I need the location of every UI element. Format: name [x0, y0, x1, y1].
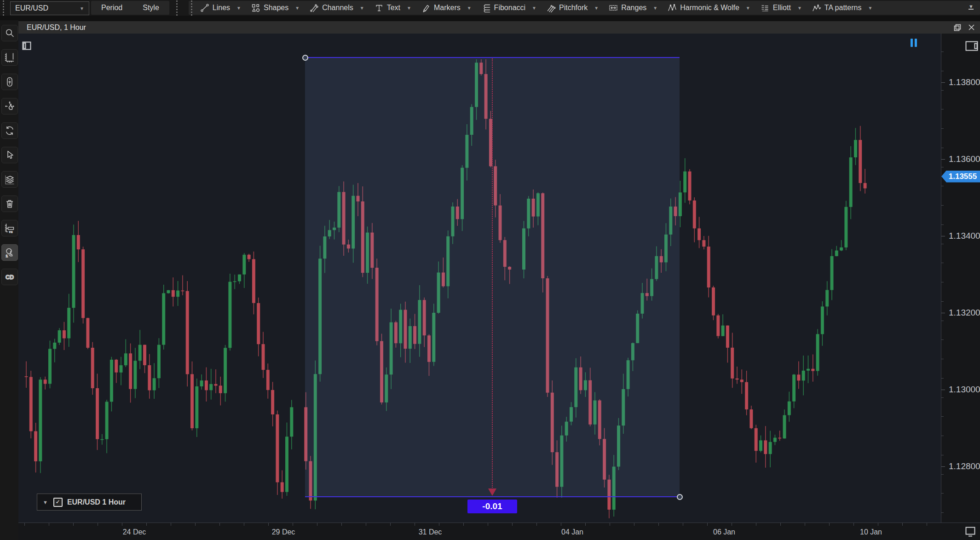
price-tick-mark-minor	[941, 378, 944, 379]
tool-label: Fibonacci	[494, 4, 525, 12]
tool-ta-patterns[interactable]: TA patterns▼	[807, 1, 878, 15]
selection-handle-bottom-right[interactable]	[677, 494, 683, 500]
drag-handle-icon[interactable]	[0, 0, 6, 16]
dropdown-caret-icon[interactable]: ▼	[532, 6, 536, 11]
tool-label: Ranges	[621, 4, 646, 12]
sidebar-cursor-button[interactable]	[1, 147, 18, 163]
symbol-select[interactable]: EUR/USD ▼	[10, 1, 89, 15]
style-button[interactable]: Style	[133, 1, 169, 15]
price-tick-mark-minor	[941, 512, 944, 513]
text-icon	[375, 3, 384, 12]
dropdown-caret-icon[interactable]: ▼	[653, 6, 657, 11]
channels-icon	[310, 3, 319, 12]
sidebar-scroll-mode-button[interactable]	[1, 74, 18, 90]
tool-text[interactable]: Text▼	[369, 1, 416, 15]
dropdown-caret-icon[interactable]: ▼	[407, 6, 411, 11]
tool-elliott[interactable]: Elliott▼	[755, 1, 807, 15]
tool-ranges[interactable]: Ranges▼	[604, 1, 663, 15]
dropdown-caret-icon[interactable]: ▼	[594, 6, 599, 11]
close-icon[interactable]	[964, 21, 978, 34]
sidebar-measure-button[interactable]: v x	[1, 220, 18, 236]
tool-pitchfork[interactable]: Pitchfork▼	[542, 1, 604, 15]
time-axis[interactable]: 24 Dec29 Dec31 Dec04 Jan06 Jan10 Jan	[18, 523, 980, 540]
price-tick-label: 1.13200	[949, 308, 980, 318]
current-price-badge: 1.13555	[941, 171, 980, 183]
cd-icon: CD	[4, 271, 15, 282]
time-tick-mark	[512, 523, 513, 526]
selection-top-line[interactable]	[305, 57, 680, 58]
price-tick-mark	[941, 82, 945, 83]
drag-handle-icon[interactable]	[174, 0, 180, 16]
sidebar-cd-button[interactable]: CD	[1, 269, 18, 285]
time-tick-mark	[878, 523, 878, 526]
restore-icon[interactable]	[951, 21, 964, 34]
dropdown-caret-icon[interactable]: ▼	[746, 6, 750, 11]
time-tick-mark	[561, 523, 561, 526]
dropdown-caret-icon[interactable]: ▼	[236, 6, 241, 11]
price-tick-mark-minor	[941, 282, 944, 282]
sidebar-one-click-button[interactable]: 1	[1, 244, 18, 261]
dropdown-caret-icon[interactable]: ▼	[360, 6, 364, 11]
time-tick-mark	[585, 523, 586, 526]
dropdown-caret-icon[interactable]: ▼	[868, 6, 872, 11]
sidebar-refresh-button[interactable]	[1, 122, 18, 139]
measure-arrow-icon	[488, 488, 496, 496]
price-axis[interactable]: 1.13555 1.138001.136001.134001.132001.13…	[941, 34, 980, 523]
series-legend[interactable]: ▼ ✓ EUR/USD 1 Hour	[37, 494, 142, 511]
drawing-tools-strip: Lines▼Shapes▼Channels▼Text▼Markers▼Fibon…	[189, 1, 980, 15]
sidebar-pan-mode-button[interactable]	[1, 98, 18, 115]
panel-right-icon[interactable]	[965, 41, 978, 53]
sidebar-delete-button[interactable]	[1, 195, 18, 212]
price-tick-mark-minor	[941, 474, 944, 475]
tool-channels[interactable]: Channels▼	[305, 1, 369, 15]
sidebar-scales-button[interactable]	[1, 49, 18, 66]
cursor-icon	[4, 149, 15, 161]
price-tick-mark-minor	[941, 167, 944, 167]
fibonacci-icon	[482, 3, 491, 12]
selection-bottom-line[interactable]	[305, 496, 680, 497]
svg-text:CD: CD	[6, 274, 14, 281]
monitor-icon[interactable]	[964, 526, 976, 540]
tool-fibonacci[interactable]: Fibonacci▼	[477, 1, 542, 15]
legend-checkbox[interactable]: ✓	[53, 498, 63, 507]
legend-caret-icon[interactable]: ▼	[43, 500, 48, 505]
dropdown-caret-icon[interactable]: ▼	[467, 6, 472, 11]
period-button[interactable]: Period	[91, 1, 133, 15]
price-tick-label: 1.13800	[949, 77, 980, 87]
price-tick-mark	[941, 466, 945, 467]
time-tick-mark	[756, 523, 756, 526]
price-tick-mark-minor	[941, 359, 944, 359]
sidebar-search-button[interactable]	[1, 25, 18, 41]
drag-handle-icon[interactable]	[189, 0, 195, 16]
elliott-icon	[761, 3, 770, 12]
dropdown-caret-icon[interactable]: ▼	[797, 6, 802, 11]
time-tick-mark	[488, 523, 488, 526]
toolbar-overflow-button[interactable]: ▼	[968, 4, 974, 10]
tool-markers[interactable]: Markers▼	[416, 1, 477, 15]
panel-left-icon[interactable]	[22, 41, 31, 52]
price-tick-label: 1.13400	[949, 231, 980, 241]
price-tick-label: 1.13600	[949, 154, 980, 164]
tool-harmonic[interactable]: Harmonic & Wolfe▼	[663, 1, 755, 15]
time-tick-mark	[122, 523, 122, 526]
one-click-icon: 1	[4, 247, 15, 258]
time-tick-mark	[658, 523, 659, 526]
pause-icon[interactable]	[911, 39, 917, 47]
delete-icon	[4, 198, 15, 209]
time-tick-mark	[463, 523, 464, 526]
price-tick-mark-minor	[941, 493, 944, 494]
tool-label: TA patterns	[824, 4, 862, 12]
sidebar-layers-button[interactable]	[1, 171, 18, 188]
chart-title-bar: EUR/USD, 1 Hour	[18, 21, 980, 34]
dropdown-caret-icon[interactable]: ▼	[295, 6, 300, 11]
time-tick-mark	[927, 523, 927, 526]
tool-lines[interactable]: Lines▼	[195, 1, 246, 15]
tool-shapes[interactable]: Shapes▼	[246, 1, 305, 15]
price-tick-mark-minor	[941, 128, 944, 129]
selection-handle-top-left[interactable]	[302, 55, 308, 61]
tool-label: Channels	[322, 4, 353, 12]
price-tick-mark-minor	[941, 455, 944, 455]
time-tick-label: 06 Jan	[713, 528, 735, 536]
tool-label: Text	[387, 4, 400, 12]
time-tick-mark	[49, 523, 49, 526]
